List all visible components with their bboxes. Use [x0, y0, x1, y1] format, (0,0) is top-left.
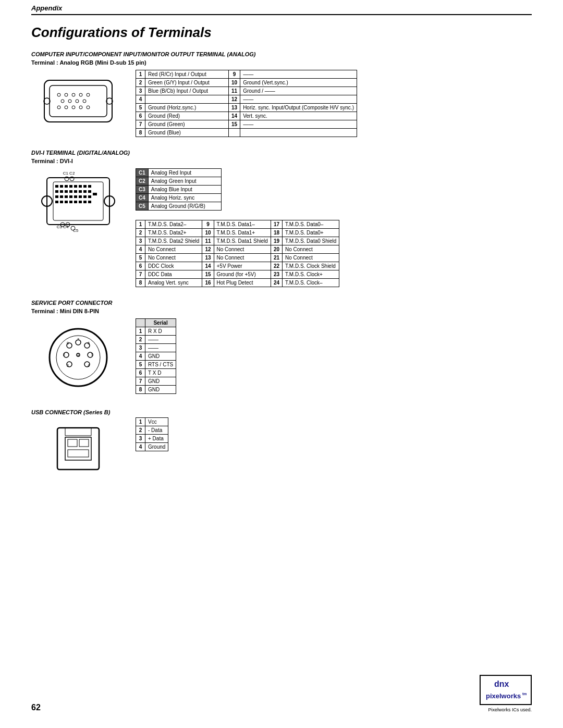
svg-rect-0	[44, 80, 112, 122]
pin-desc: Analog Green Input	[148, 177, 221, 186]
analog-sub-heading: Terminal : Analog RGB (Mini D-sub 15 pin…	[31, 59, 532, 66]
table-row: 5 RTS / CTS	[136, 361, 176, 369]
table-row: 8 GND	[136, 386, 176, 394]
svg-point-9	[61, 100, 64, 103]
svg-rect-44	[79, 195, 82, 198]
col-header-num	[136, 319, 145, 327]
svg-rect-52	[79, 201, 82, 203]
pin-num: 9	[229, 70, 240, 79]
svg-text:8: 8	[67, 341, 69, 345]
service-sub-heading: Terminal : Mini DIN 8-PIN	[31, 308, 532, 314]
pin-num: 2	[136, 79, 145, 87]
header-bar: Appendix	[31, 0, 532, 15]
page-number: 62	[31, 703, 41, 712]
table-row: 7 GND	[136, 377, 176, 386]
analog-content: 1 Red (R/Cr) Input / Output 9 —— 2 Green…	[31, 70, 532, 137]
svg-rect-33	[65, 190, 68, 193]
pin-desc: Analog Red Input	[148, 169, 221, 177]
table-row: C2 Analog Green Input	[136, 177, 222, 186]
logo-box: dnx pixelworks tm	[480, 675, 532, 705]
svg-point-12	[83, 100, 86, 103]
dvi-content: C1 C2	[31, 168, 532, 287]
table-row: 2T.M.D.S. Data2+ 10T.M.D.S. Data1+ 18T.M…	[136, 229, 339, 237]
svg-point-6	[72, 93, 75, 96]
svg-point-5	[65, 93, 68, 96]
svg-rect-39	[55, 195, 58, 198]
dvi-heading: DVI-I TERMINAL (DIGITAL/ANALOG)	[31, 150, 532, 156]
table-row: 2 ——	[136, 336, 176, 344]
table-row: 1 R X D	[136, 327, 176, 336]
svg-text:5: 5	[91, 353, 93, 356]
logo-pixelworks-text: pixelworks tm	[485, 691, 527, 702]
pin-num: 1	[136, 70, 145, 79]
pin-num: 5	[136, 104, 145, 112]
pin-desc	[240, 129, 357, 137]
svg-marker-82	[65, 428, 91, 436]
svg-point-16	[79, 106, 82, 109]
svg-rect-43	[74, 195, 77, 198]
dvi-connector-diagram: C1 C2	[31, 168, 125, 252]
svg-rect-24	[60, 185, 63, 188]
pin-desc: Ground (Horiz.sync.)	[145, 104, 229, 112]
table-row: 4No Connect 12No Connect 20No Connect	[136, 245, 339, 254]
page-footer: 62 dnx pixelworks tm Pixelworks ICs used…	[0, 675, 563, 712]
svg-point-7	[79, 93, 82, 96]
usb-heading: USB CONNECTOR (Series B)	[31, 409, 532, 415]
pin-num	[229, 129, 240, 137]
analog-heading: COMPUTER INPUT/COMPONENT INPUT/MONITOR O…	[31, 51, 532, 57]
table-row: 7DDC Data 15Ground (for +5V) 23T.M.D.S. …	[136, 270, 339, 279]
table-row: 1T.M.D.S. Data2– 9T.M.D.S. Data1– 17T.M.…	[136, 220, 339, 229]
dvi-pin-table: 1T.M.D.S. Data2– 9T.M.D.S. Data1– 17T.M.…	[136, 220, 339, 287]
svg-rect-86	[68, 450, 89, 457]
pin-num: 12	[229, 95, 240, 104]
table-row: 8Analog Vert. sync 16Hot Plug Detect 24T…	[136, 279, 339, 287]
pin-desc: Analog Blue Input	[148, 186, 221, 194]
analog-tables: 1 Red (R/Cr) Input / Output 9 —— 2 Green…	[136, 70, 532, 137]
table-row: C3 Analog Blue Input	[136, 186, 222, 194]
service-connector-diagram: 8 7 6 5 4 3 2 1	[31, 318, 125, 397]
svg-text:7: 7	[77, 338, 79, 341]
svg-rect-54	[88, 201, 91, 203]
pin-num: 14	[229, 112, 240, 120]
svg-point-11	[76, 100, 79, 103]
dvi-c-pin-table: C1 Analog Red Input C2 Analog Green Inpu…	[136, 168, 222, 211]
table-row: 6 Ground (Red) 14 Vert. sync.	[136, 112, 357, 120]
svg-text:4: 4	[88, 364, 90, 367]
svg-rect-46	[88, 195, 91, 198]
svg-point-14	[65, 106, 68, 109]
pin-desc: Analog Ground (R/G/B)	[148, 202, 221, 211]
svg-rect-51	[74, 201, 77, 203]
analog-pin-table: 1 Red (R/Cr) Input / Output 9 —— 2 Green…	[136, 70, 357, 137]
svg-rect-1	[50, 85, 107, 117]
pin-num: 10	[229, 79, 240, 87]
service-tables: Serial 1 R X D 2 —— 3	[136, 318, 532, 394]
svg-rect-55	[93, 193, 97, 195]
table-row: C5 Analog Ground (R/G/B)	[136, 202, 222, 211]
svg-text:6: 6	[88, 341, 90, 345]
svg-rect-26	[69, 185, 72, 188]
svg-rect-28	[79, 185, 82, 188]
table-row: 5No Connect 13No Connect 21No Connect	[136, 254, 339, 262]
svg-rect-32	[60, 190, 63, 193]
analog-section: COMPUTER INPUT/COMPONENT INPUT/MONITOR O…	[31, 51, 532, 137]
svg-rect-31	[55, 190, 58, 193]
pin-num: 7	[136, 120, 145, 129]
table-row: 6DDC Clock 14+5V Power 22T.M.D.S. Clock …	[136, 262, 339, 270]
pin-desc: Vert. sync.	[240, 112, 357, 120]
svg-rect-81	[57, 428, 99, 470]
pixelworks-logo: dnx pixelworks tm Pixelworks ICs used.	[480, 675, 532, 712]
pin-desc: Blue (B/Cb) Input / Output	[145, 87, 229, 95]
table-row: 3 ——	[136, 344, 176, 352]
svg-text:C1  C2: C1 C2	[63, 171, 75, 176]
table-row: 8 Ground (Blue)	[136, 129, 357, 137]
dvi-tables: C1 Analog Red Input C2 Analog Green Inpu…	[136, 168, 532, 287]
svg-text:C3 C4: C3 C4	[57, 225, 69, 229]
logo-dnx: dnx	[493, 678, 518, 691]
svg-rect-53	[83, 201, 87, 203]
svg-rect-36	[79, 190, 82, 193]
pin-num: 8	[136, 129, 145, 137]
table-row: 4 12 ——	[136, 95, 357, 104]
svg-rect-50	[69, 201, 72, 203]
svg-rect-35	[74, 190, 77, 193]
svg-rect-29	[83, 185, 87, 188]
